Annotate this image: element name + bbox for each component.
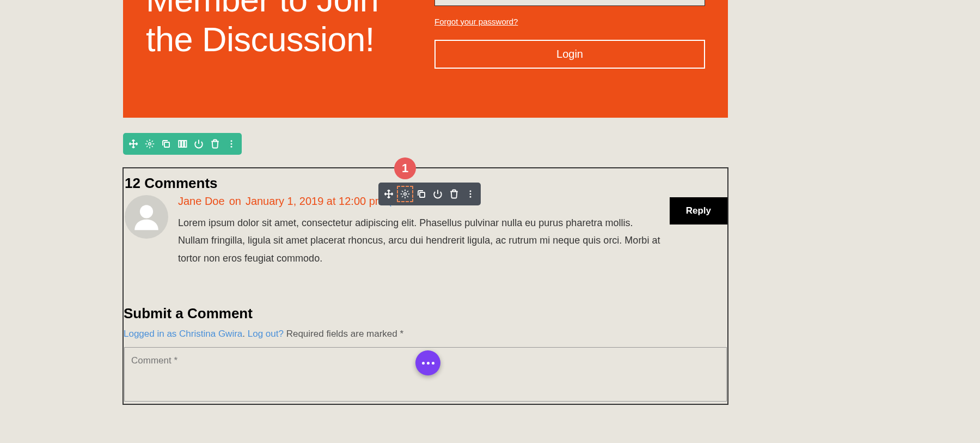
trash-icon[interactable] (210, 139, 220, 149)
more-icon[interactable] (226, 139, 236, 149)
svg-point-16 (470, 190, 471, 192)
dot-sep: . (242, 329, 247, 339)
svg-point-6 (149, 143, 151, 145)
step-badge: 1 (394, 157, 416, 179)
gear-icon[interactable] (400, 189, 410, 199)
svg-rect-8 (179, 141, 181, 147)
comment-date: January 1, 2019 at 12:00 pm (246, 195, 384, 208)
password-wrapper: 1 (434, 0, 705, 6)
banner-form: 1 Forgot your password? Login (434, 0, 705, 101)
svg-rect-10 (185, 141, 187, 147)
svg-point-12 (231, 143, 232, 145)
comment-text: Lorem ipsum dolor sit amet, consectetur … (178, 214, 718, 267)
comment-author[interactable]: Jane Doe (178, 195, 225, 208)
more-icon[interactable] (465, 189, 475, 199)
login-button[interactable]: Login (434, 40, 705, 69)
gear-icon[interactable] (145, 139, 155, 149)
svg-point-17 (470, 193, 471, 195)
svg-point-19 (140, 205, 153, 218)
logged-in-user-link[interactable]: Christina Gwira (179, 329, 242, 339)
svg-rect-7 (164, 142, 169, 147)
ellipsis-icon (422, 362, 434, 365)
svg-point-14 (404, 193, 407, 196)
logged-in-prefix: Logged in as (124, 329, 179, 339)
clone-icon[interactable] (416, 189, 426, 199)
banner-left: Become a Member to Join the Discussion! (146, 0, 434, 101)
section-toolbar (123, 133, 242, 155)
comment-date-prefix: on (229, 195, 241, 208)
power-icon[interactable] (433, 189, 443, 199)
required-fields-text: Required fields are marked * (286, 329, 403, 339)
svg-point-18 (470, 196, 471, 198)
move-icon[interactable] (384, 189, 394, 199)
comment-body: Jane Doe on January 1, 2019 at 12:00 pm … (178, 195, 727, 267)
svg-point-13 (231, 146, 232, 148)
module-toolbar (378, 183, 481, 205)
svg-rect-15 (420, 192, 425, 197)
submit-comment-heading: Submit a Comment (124, 299, 727, 329)
logged-in-status: Logged in as Christina Gwira. Log out? R… (124, 329, 727, 347)
fab-button[interactable] (415, 350, 440, 375)
avatar (125, 195, 168, 239)
trash-icon[interactable] (449, 189, 459, 199)
move-icon[interactable] (128, 139, 138, 149)
columns-icon[interactable] (177, 139, 187, 149)
cta-banner: Become a Member to Join the Discussion! … (123, 0, 728, 118)
banner-title: Become a Member to Join the Discussion! (146, 0, 424, 59)
password-field[interactable] (434, 0, 705, 6)
clone-icon[interactable] (161, 139, 171, 149)
forgot-password-link[interactable]: Forgot your password? (434, 17, 705, 26)
logout-link[interactable]: Log out? (248, 329, 284, 339)
svg-rect-9 (182, 141, 184, 147)
power-icon[interactable] (194, 139, 204, 149)
reply-button[interactable]: Reply (670, 197, 727, 224)
svg-point-11 (231, 140, 232, 142)
